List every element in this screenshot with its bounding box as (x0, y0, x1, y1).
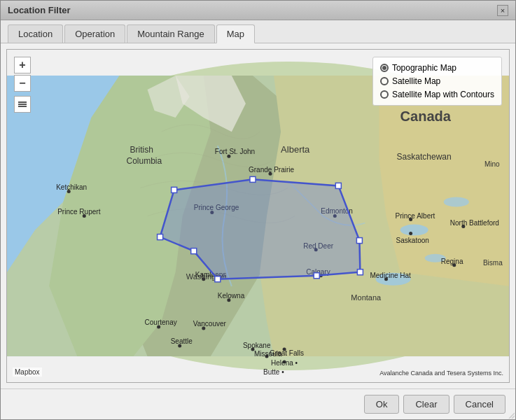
footer: Ok Clear Cancel (1, 388, 515, 419)
svg-point-13 (400, 225, 428, 236)
svg-text:Prince Albert: Prince Albert (396, 212, 435, 220)
svg-text:Alberta: Alberta (281, 144, 310, 155)
svg-rect-84 (18, 104, 27, 105)
svg-text:Prince Rupert: Prince Rupert (57, 208, 100, 216)
svg-rect-83 (18, 102, 27, 103)
map-type-satellite[interactable]: Satellite Map (380, 76, 494, 86)
ok-button[interactable]: Ok (364, 395, 400, 414)
svg-text:Helena •: Helena • (271, 359, 298, 367)
resize-handle[interactable] (506, 410, 515, 419)
cancel-button[interactable]: Cancel (454, 395, 505, 414)
svg-text:Ketchikan: Ketchikan (56, 183, 87, 191)
zoom-out-button[interactable]: − (14, 75, 31, 92)
tabs-bar: Location Operation Mountain Range Map (1, 20, 515, 43)
svg-text:Spokane: Spokane (243, 342, 271, 349)
tab-mountain-range[interactable]: Mountain Range (127, 24, 214, 43)
svg-rect-82 (158, 234, 163, 240)
tab-location[interactable]: Location (8, 24, 63, 43)
svg-rect-85 (18, 106, 27, 107)
svg-text:Saskatoon: Saskatoon (396, 237, 429, 244)
svg-text:North Battleford: North Battleford (450, 219, 499, 227)
tab-map[interactable]: Map (216, 24, 255, 43)
map-type-topographic[interactable]: Topographic Map (380, 63, 494, 73)
map-type-topographic-label: Topographic Map (392, 63, 456, 73)
map-container[interactable]: Canada British Columbia Alberta Saskatch… (6, 49, 510, 383)
svg-text:Canada: Canada (400, 108, 452, 124)
svg-point-15 (444, 197, 469, 206)
svg-rect-79 (314, 273, 319, 279)
zoom-in-button[interactable]: + (14, 57, 31, 74)
svg-text:Medicine Hat: Medicine Hat (370, 272, 411, 279)
svg-text:Columbia: Columbia (126, 156, 162, 166)
svg-line-86 (509, 413, 515, 419)
layer-button[interactable] (14, 96, 31, 113)
mapbox-label: Mapbox (13, 368, 42, 377)
svg-marker-10 (379, 76, 509, 286)
radio-satellite-contours (380, 90, 389, 99)
svg-text:Saskatchewan: Saskatchewan (397, 152, 452, 162)
svg-text:Missoula: Missoula (254, 350, 282, 358)
map-type-panel: Topographic Map Satellite Map Satellite … (372, 57, 502, 106)
svg-point-44 (409, 232, 412, 235)
title-bar: Location Filter × (1, 1, 515, 20)
svg-rect-77 (356, 238, 362, 244)
map-type-satellite-label: Satellite Map (392, 76, 440, 86)
tab-operation[interactable]: Operation (64, 24, 125, 43)
svg-rect-80 (215, 276, 221, 282)
svg-text:Butte •: Butte • (263, 368, 284, 376)
map-controls: + − (14, 57, 31, 113)
svg-text:Regina: Regina (441, 258, 463, 265)
svg-text:Bisma: Bisma (483, 259, 503, 267)
close-button[interactable]: × (497, 5, 508, 16)
svg-text:Seattle: Seattle (171, 337, 193, 345)
svg-text:British: British (130, 145, 153, 155)
svg-text:Vancouver: Vancouver (193, 320, 227, 328)
map-attribution: Avalanche Canada and Tesera Systems Inc. (379, 370, 503, 377)
svg-rect-78 (357, 270, 363, 275)
svg-rect-81 (191, 248, 197, 254)
dialog: Location Filter × Location Operation Mou… (0, 0, 516, 420)
dialog-title: Location Filter (8, 5, 71, 15)
radio-satellite (380, 77, 389, 85)
map-type-satellite-contours[interactable]: Satellite Map with Contours (380, 90, 494, 99)
svg-text:Grande Prairie: Grande Prairie (249, 166, 295, 174)
svg-text:Fort St. John: Fort St. John (215, 148, 255, 155)
svg-text:Mino: Mino (484, 160, 500, 168)
radio-topographic (380, 64, 389, 72)
svg-text:Kelowna: Kelowna (218, 292, 245, 300)
clear-button[interactable]: Clear (403, 395, 449, 414)
svg-rect-74 (172, 187, 177, 192)
svg-line-87 (512, 416, 515, 419)
map-type-satellite-contours-label: Satellite Map with Contours (392, 90, 494, 99)
svg-rect-76 (335, 183, 341, 188)
svg-text:Courtenay: Courtenay (145, 318, 177, 326)
svg-rect-75 (250, 176, 256, 182)
svg-text:Montana: Montana (351, 293, 382, 302)
